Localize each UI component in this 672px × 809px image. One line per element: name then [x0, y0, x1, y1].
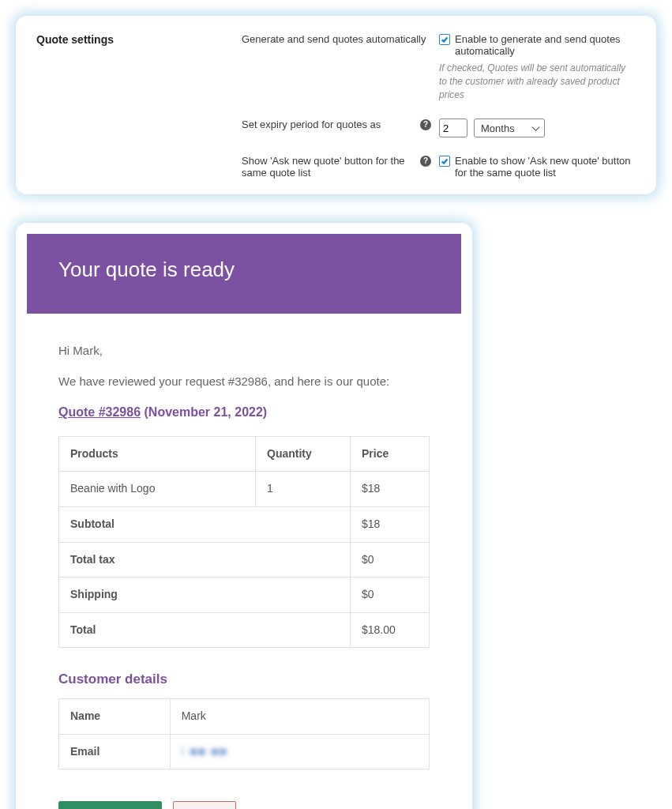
settings-label-ask-new: Show 'Ask new quote' button for the same… — [242, 155, 415, 179]
col-quantity: Quantity — [256, 436, 351, 472]
table-row: Name Mark — [59, 699, 430, 735]
col-products: Products — [59, 436, 256, 472]
table-row: Beanie with Logo 1 $18 — [59, 472, 430, 507]
quote-link-line: Quote #32986 (November 21, 2022) — [58, 404, 430, 421]
summary-value: $0 — [351, 578, 430, 613]
customer-details-table: Name Mark Email i ■■ ■■ — [58, 698, 430, 769]
table-row: Email i ■■ ■■ — [59, 734, 430, 769]
email-header: Your quote is ready — [27, 234, 461, 314]
settings-row-ask-new: Show 'Ask new quote' button for the same… — [36, 155, 636, 179]
summary-label: Total — [59, 612, 351, 648]
item-product: Beanie with Logo — [59, 472, 256, 507]
checkbox-auto-send[interactable] — [439, 34, 450, 45]
summary-value: $18 — [351, 506, 430, 542]
decline-button[interactable]: Decline — [173, 801, 237, 809]
expiry-unit-select[interactable]: Months — [474, 119, 545, 137]
table-row: Subtotal $18 — [59, 506, 430, 542]
expiry-value-input[interactable] — [439, 119, 467, 137]
summary-value: $18.00 — [351, 612, 430, 648]
checkbox-auto-send-label: Enable to generate and send quotes autom… — [455, 33, 636, 57]
settings-label-auto: Generate and send quotes automatically — [242, 33, 426, 45]
settings-label-expiry: Set expiry period for quotes as — [242, 119, 381, 130]
email-action-buttons: Accept and pay Decline — [58, 801, 430, 809]
customer-name-label: Name — [59, 699, 171, 735]
customer-email-value: i ■■ ■■ — [170, 734, 429, 769]
table-row: Total tax $0 — [59, 542, 430, 578]
customer-name-value: Mark — [170, 699, 429, 735]
checkbox-ask-new-label: Enable to show 'Ask new quote' button fo… — [455, 155, 636, 179]
accept-and-pay-button[interactable]: Accept and pay — [58, 801, 162, 809]
email-intro: We have reviewed your request #32986, an… — [58, 373, 430, 389]
checkbox-ask-new[interactable] — [439, 156, 450, 167]
table-row: Total $18.00 — [59, 612, 430, 648]
summary-label: Shipping — [59, 578, 351, 613]
auto-send-hint: If checked, Quotes will be sent automati… — [439, 62, 636, 101]
quote-settings-panel: Quote settings Generate and send quotes … — [16, 16, 656, 194]
summary-label: Total tax — [59, 542, 351, 578]
settings-section-title: Quote settings — [36, 33, 242, 46]
settings-row-expiry: Set expiry period for quotes as ? Months — [36, 119, 636, 137]
item-quantity: 1 — [256, 472, 351, 507]
expiry-unit-value: Months — [481, 122, 515, 134]
table-row: Shipping $0 — [59, 578, 430, 613]
help-icon[interactable]: ? — [420, 119, 431, 130]
settings-row-auto: Quote settings Generate and send quotes … — [36, 33, 636, 101]
quote-link[interactable]: Quote #32986 — [58, 405, 141, 419]
help-icon[interactable]: ? — [420, 156, 431, 167]
email-greeting: Hi Mark, — [58, 342, 430, 359]
col-price: Price — [351, 436, 430, 472]
summary-value: $0 — [351, 542, 430, 578]
quote-items-table: Products Quantity Price Beanie with Logo… — [58, 436, 430, 649]
email-title: Your quote is ready — [58, 258, 235, 281]
customer-email-label: Email — [59, 734, 171, 769]
quote-date: (November 21, 2022) — [145, 405, 268, 419]
item-price: $18 — [351, 472, 430, 507]
customer-details-title: Customer details — [58, 670, 430, 689]
quote-email-panel: Your quote is ready Hi Mark, We have rev… — [16, 223, 472, 809]
summary-label: Subtotal — [59, 506, 351, 542]
